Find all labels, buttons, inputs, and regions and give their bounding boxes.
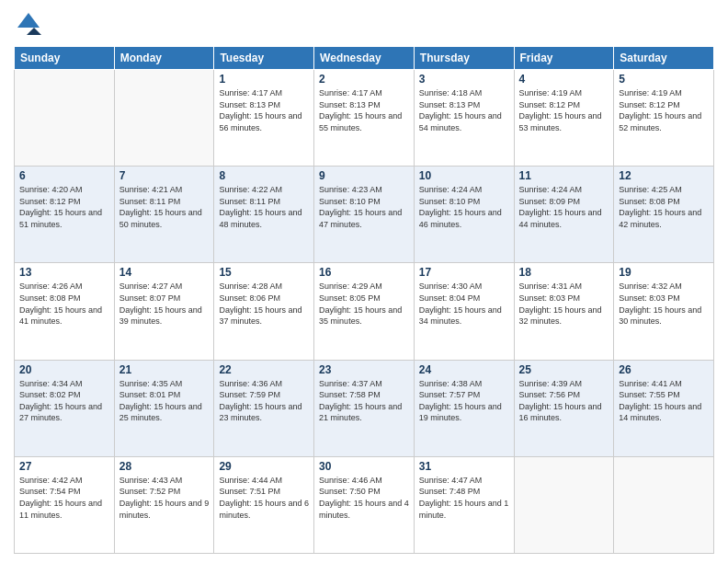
day-cell: 5Sunrise: 4:19 AM Sunset: 8:12 PM Daylig… bbox=[614, 70, 714, 167]
day-cell: 1Sunrise: 4:17 AM Sunset: 8:13 PM Daylig… bbox=[214, 70, 314, 167]
weekday-header: SundayMondayTuesdayWednesdayThursdayFrid… bbox=[15, 47, 714, 70]
day-number: 19 bbox=[619, 266, 709, 279]
day-number: 12 bbox=[619, 169, 709, 182]
day-number: 7 bbox=[119, 169, 210, 182]
day-info: Sunrise: 4:21 AM Sunset: 8:11 PM Dayligh… bbox=[119, 184, 210, 230]
weekday-friday: Friday bbox=[514, 47, 614, 70]
day-number: 6 bbox=[19, 169, 109, 182]
day-number: 5 bbox=[619, 73, 709, 86]
week-row-2: 6Sunrise: 4:20 AM Sunset: 8:12 PM Daylig… bbox=[15, 167, 714, 263]
day-cell: 26Sunrise: 4:41 AM Sunset: 7:55 PM Dayli… bbox=[614, 360, 714, 456]
day-info: Sunrise: 4:18 AM Sunset: 8:13 PM Dayligh… bbox=[419, 87, 509, 133]
day-number: 3 bbox=[419, 73, 509, 86]
day-info: Sunrise: 4:39 AM Sunset: 7:56 PM Dayligh… bbox=[519, 378, 609, 424]
day-cell: 19Sunrise: 4:32 AM Sunset: 8:03 PM Dayli… bbox=[614, 263, 714, 360]
day-cell: 17Sunrise: 4:30 AM Sunset: 8:04 PM Dayli… bbox=[414, 263, 514, 360]
weekday-tuesday: Tuesday bbox=[214, 47, 314, 70]
day-cell: 22Sunrise: 4:36 AM Sunset: 7:59 PM Dayli… bbox=[214, 360, 314, 456]
day-number: 14 bbox=[119, 266, 210, 279]
day-info: Sunrise: 4:46 AM Sunset: 7:50 PM Dayligh… bbox=[319, 475, 409, 521]
day-info: Sunrise: 4:28 AM Sunset: 8:06 PM Dayligh… bbox=[219, 281, 309, 327]
day-info: Sunrise: 4:26 AM Sunset: 8:08 PM Dayligh… bbox=[19, 281, 109, 327]
day-number: 2 bbox=[319, 73, 409, 86]
day-number: 24 bbox=[419, 363, 509, 376]
day-info: Sunrise: 4:35 AM Sunset: 8:01 PM Dayligh… bbox=[119, 378, 210, 424]
day-info: Sunrise: 4:30 AM Sunset: 8:04 PM Dayligh… bbox=[419, 281, 509, 327]
week-row-4: 20Sunrise: 4:34 AM Sunset: 8:02 PM Dayli… bbox=[15, 360, 714, 456]
day-number: 21 bbox=[119, 363, 210, 376]
day-number: 28 bbox=[119, 460, 210, 473]
day-info: Sunrise: 4:19 AM Sunset: 8:12 PM Dayligh… bbox=[619, 87, 709, 133]
day-cell bbox=[514, 456, 614, 553]
day-cell: 12Sunrise: 4:25 AM Sunset: 8:08 PM Dayli… bbox=[614, 167, 714, 263]
day-info: Sunrise: 4:38 AM Sunset: 7:57 PM Dayligh… bbox=[419, 378, 509, 424]
day-info: Sunrise: 4:42 AM Sunset: 7:54 PM Dayligh… bbox=[19, 475, 109, 521]
day-cell bbox=[614, 456, 714, 553]
day-number: 17 bbox=[419, 266, 509, 279]
day-number: 15 bbox=[219, 266, 309, 279]
day-cell: 10Sunrise: 4:24 AM Sunset: 8:10 PM Dayli… bbox=[414, 167, 514, 263]
day-number: 16 bbox=[319, 266, 409, 279]
day-cell: 9Sunrise: 4:23 AM Sunset: 8:10 PM Daylig… bbox=[314, 167, 415, 263]
day-number: 10 bbox=[419, 169, 509, 182]
day-info: Sunrise: 4:24 AM Sunset: 8:09 PM Dayligh… bbox=[519, 184, 609, 230]
day-number: 1 bbox=[219, 73, 309, 86]
day-info: Sunrise: 4:29 AM Sunset: 8:05 PM Dayligh… bbox=[319, 281, 409, 327]
day-cell: 18Sunrise: 4:31 AM Sunset: 8:03 PM Dayli… bbox=[514, 263, 614, 360]
day-info: Sunrise: 4:25 AM Sunset: 8:08 PM Dayligh… bbox=[619, 184, 709, 230]
day-number: 26 bbox=[619, 363, 709, 376]
day-cell: 20Sunrise: 4:34 AM Sunset: 8:02 PM Dayli… bbox=[15, 360, 115, 456]
day-number: 22 bbox=[219, 363, 309, 376]
day-info: Sunrise: 4:44 AM Sunset: 7:51 PM Dayligh… bbox=[219, 475, 309, 521]
day-info: Sunrise: 4:41 AM Sunset: 7:55 PM Dayligh… bbox=[619, 378, 709, 424]
svg-marker-0 bbox=[17, 13, 40, 28]
day-cell: 2Sunrise: 4:17 AM Sunset: 8:13 PM Daylig… bbox=[314, 70, 415, 167]
day-number: 30 bbox=[319, 460, 409, 473]
day-cell: 13Sunrise: 4:26 AM Sunset: 8:08 PM Dayli… bbox=[15, 263, 115, 360]
day-info: Sunrise: 4:19 AM Sunset: 8:12 PM Dayligh… bbox=[519, 87, 609, 133]
day-info: Sunrise: 4:32 AM Sunset: 8:03 PM Dayligh… bbox=[619, 281, 709, 327]
day-info: Sunrise: 4:27 AM Sunset: 8:07 PM Dayligh… bbox=[119, 281, 210, 327]
day-cell: 25Sunrise: 4:39 AM Sunset: 7:56 PM Dayli… bbox=[514, 360, 614, 456]
header bbox=[14, 9, 714, 39]
day-number: 18 bbox=[519, 266, 609, 279]
day-number: 20 bbox=[19, 363, 109, 376]
week-row-5: 27Sunrise: 4:42 AM Sunset: 7:54 PM Dayli… bbox=[15, 456, 714, 553]
day-info: Sunrise: 4:24 AM Sunset: 8:10 PM Dayligh… bbox=[419, 184, 509, 230]
day-cell: 27Sunrise: 4:42 AM Sunset: 7:54 PM Dayli… bbox=[15, 456, 115, 553]
calendar: SundayMondayTuesdayWednesdayThursdayFrid… bbox=[14, 46, 714, 554]
day-number: 25 bbox=[519, 363, 609, 376]
logo-icon bbox=[14, 9, 43, 39]
weekday-monday: Monday bbox=[114, 47, 214, 70]
day-number: 31 bbox=[419, 460, 509, 473]
day-cell: 6Sunrise: 4:20 AM Sunset: 8:12 PM Daylig… bbox=[15, 167, 115, 263]
day-cell: 8Sunrise: 4:22 AM Sunset: 8:11 PM Daylig… bbox=[214, 167, 314, 263]
day-cell bbox=[15, 70, 115, 167]
day-cell: 16Sunrise: 4:29 AM Sunset: 8:05 PM Dayli… bbox=[314, 263, 415, 360]
day-cell: 3Sunrise: 4:18 AM Sunset: 8:13 PM Daylig… bbox=[414, 70, 514, 167]
day-cell: 31Sunrise: 4:47 AM Sunset: 7:48 PM Dayli… bbox=[414, 456, 514, 553]
day-cell: 30Sunrise: 4:46 AM Sunset: 7:50 PM Dayli… bbox=[314, 456, 415, 553]
day-info: Sunrise: 4:23 AM Sunset: 8:10 PM Dayligh… bbox=[319, 184, 409, 230]
page: SundayMondayTuesdayWednesdayThursdayFrid… bbox=[0, 0, 728, 563]
weekday-sunday: Sunday bbox=[15, 47, 115, 70]
day-cell bbox=[114, 70, 214, 167]
day-number: 4 bbox=[519, 73, 609, 86]
day-number: 8 bbox=[219, 169, 309, 182]
weekday-saturday: Saturday bbox=[614, 47, 714, 70]
day-number: 23 bbox=[319, 363, 409, 376]
day-cell: 28Sunrise: 4:43 AM Sunset: 7:52 PM Dayli… bbox=[114, 456, 214, 553]
day-number: 27 bbox=[19, 460, 109, 473]
day-number: 9 bbox=[319, 169, 409, 182]
day-number: 29 bbox=[219, 460, 309, 473]
day-info: Sunrise: 4:31 AM Sunset: 8:03 PM Dayligh… bbox=[519, 281, 609, 327]
day-cell: 21Sunrise: 4:35 AM Sunset: 8:01 PM Dayli… bbox=[114, 360, 214, 456]
day-info: Sunrise: 4:47 AM Sunset: 7:48 PM Dayligh… bbox=[419, 475, 509, 521]
day-cell: 24Sunrise: 4:38 AM Sunset: 7:57 PM Dayli… bbox=[414, 360, 514, 456]
day-cell: 7Sunrise: 4:21 AM Sunset: 8:11 PM Daylig… bbox=[114, 167, 214, 263]
day-info: Sunrise: 4:22 AM Sunset: 8:11 PM Dayligh… bbox=[219, 184, 309, 230]
day-info: Sunrise: 4:20 AM Sunset: 8:12 PM Dayligh… bbox=[19, 184, 109, 230]
svg-marker-1 bbox=[27, 28, 41, 35]
day-info: Sunrise: 4:17 AM Sunset: 8:13 PM Dayligh… bbox=[219, 87, 309, 133]
day-info: Sunrise: 4:43 AM Sunset: 7:52 PM Dayligh… bbox=[119, 475, 210, 521]
